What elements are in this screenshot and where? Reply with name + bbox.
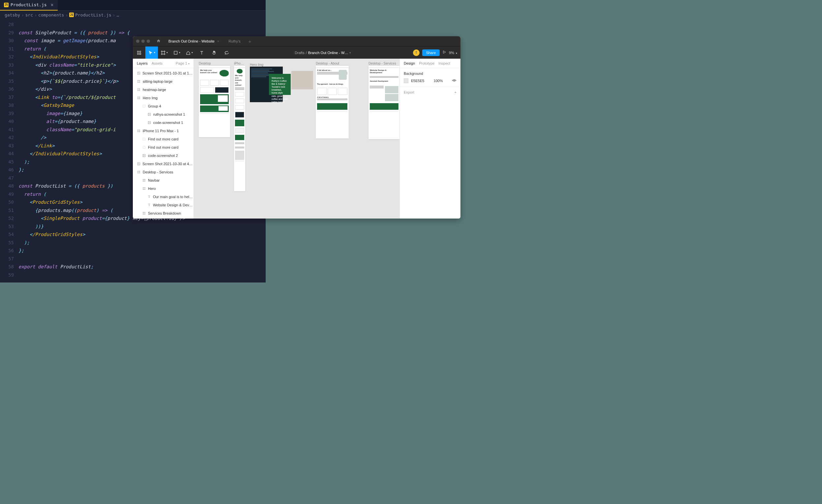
frame-label[interactable]: Desktop (199, 62, 211, 65)
layer-row[interactable]: Find out more card (133, 143, 193, 151)
layer-tree[interactable]: Screen Shot 2021-10-31 at 1.16 1 sitting… (133, 68, 193, 218)
page-selector[interactable]: Page 1 ▾ (176, 61, 189, 65)
svg-rect-29 (148, 121, 151, 124)
layer-label: Group 4 (148, 104, 161, 108)
tab-filename: ProductList.js (11, 2, 47, 7)
breadcrumb-part: src (25, 13, 33, 17)
color-swatch[interactable] (404, 78, 408, 83)
frame-label[interactable]: Hero Img (250, 63, 263, 67)
hand-tool-button[interactable] (208, 46, 221, 59)
chevron-down-icon: ▾ (154, 51, 155, 54)
drafts-label: Drafts (295, 51, 304, 55)
chevron-down-icon: ▾ (188, 62, 189, 65)
frame-label[interactable]: iPho… (234, 62, 244, 65)
image-icon (147, 121, 151, 125)
layer-label: Hero (148, 186, 156, 190)
figma-titlebar: Branch Out Online - Website × Ruthy's + (133, 36, 460, 46)
breadcrumb[interactable]: gatsby › src › components › JS ProductLi… (0, 11, 266, 19)
layer-row[interactable]: iPhone 11 Pro Max - 1 (133, 126, 193, 135)
hero-overlay-image[interactable] (291, 71, 313, 89)
export-section[interactable]: Export + (400, 87, 460, 98)
frame-iphone[interactable]: We help you branch out online! (234, 66, 245, 191)
file-tab-label: Ruthy's (229, 39, 240, 43)
chevron-down-icon: ▾ (191, 51, 193, 54)
frame-tool-button[interactable]: ▾ (158, 46, 170, 59)
svg-rect-26 (143, 105, 145, 107)
tab-prototype[interactable]: Prototype (419, 61, 434, 65)
main-menu-button[interactable] (133, 46, 145, 59)
frame-icon (137, 170, 141, 174)
layer-row[interactable]: Desktop - Services (133, 168, 193, 176)
layer-row[interactable]: Hero Img (133, 94, 193, 102)
layer-row[interactable]: Find out more card (133, 135, 193, 143)
file-location[interactable]: Drafts / Branch Out Online - W… ▾ (233, 51, 413, 55)
breadcrumb-part: components (38, 13, 64, 17)
background-opacity[interactable]: 100% (433, 79, 443, 83)
plus-icon[interactable]: + (454, 90, 456, 94)
share-button[interactable]: Share (422, 49, 440, 56)
svg-point-57 (453, 80, 455, 81)
canvas[interactable]: Desktop We help you branch out online! i… (194, 59, 399, 218)
frame-label[interactable]: Desktop - Services (369, 62, 396, 65)
svg-rect-12 (137, 72, 140, 74)
layer-row[interactable]: code-screenshot 2 (133, 151, 193, 159)
hero-overlay-text[interactable]: Welcome to Ruthy's Coffee Bar & Eatery! … (269, 74, 291, 95)
layer-label: Screen Shot 2021-10-30 at 4.45 1 (142, 162, 193, 166)
layer-row[interactable]: code-screenshot 1 (133, 118, 193, 126)
tab-layers[interactable]: Layers (137, 61, 148, 65)
layer-row[interactable]: sitting-laptop-large (133, 77, 193, 85)
layer-label: Desktop - Services (143, 170, 173, 174)
frame-services[interactable]: Website Design & Development Jamstack De… (369, 66, 399, 139)
comment-tool-button[interactable] (221, 46, 233, 59)
layer-row[interactable]: Screen Shot 2021-10-30 at 4.45 1 (133, 159, 193, 168)
tab-inspect[interactable]: Inspect (438, 61, 450, 65)
js-file-icon: JS (4, 3, 9, 7)
home-icon[interactable] (153, 39, 164, 44)
layer-row[interactable]: heatmap-large (133, 85, 193, 94)
layer-row[interactable]: Hero (133, 184, 193, 192)
window-controls[interactable] (133, 40, 153, 43)
image-icon (137, 71, 140, 75)
close-icon[interactable]: × (217, 39, 219, 43)
layer-label: Our main goal is to help y… (153, 195, 193, 199)
background-row[interactable]: E5E5E5 100% (404, 78, 456, 83)
file-tab-inactive[interactable]: Ruthy's (224, 36, 245, 46)
pen-tool-button[interactable]: ▾ (183, 46, 195, 59)
tab-close-icon[interactable]: × (51, 2, 54, 8)
text-tool-button[interactable] (195, 46, 208, 59)
layer-label: Hero Img (143, 96, 157, 100)
layer-label: ruthys-screenshot 1 (153, 112, 185, 116)
frame-icon (142, 178, 146, 182)
background-section: Background E5E5E5 100% (400, 68, 460, 87)
layer-row[interactable]: T Our main goal is to help y… (133, 192, 193, 201)
frame-desktop[interactable]: We help you branch out online! (199, 66, 230, 137)
layer-row[interactable]: Services Breakdown (133, 209, 193, 217)
layer-row[interactable]: Screen Shot 2021-10-31 at 1.16 1 (133, 69, 193, 77)
visibility-icon[interactable] (452, 78, 456, 83)
tab-assets[interactable]: Assets (151, 61, 162, 65)
layer-row[interactable]: T Website Design & Develo… (133, 201, 193, 209)
vscode-tabbar: JS ProductList.js × (0, 0, 266, 11)
background-hex[interactable]: E5E5E5 (411, 79, 424, 83)
vscode-tab-productlist[interactable]: JS ProductList.js × (0, 0, 58, 11)
tab-design[interactable]: Design (404, 61, 415, 65)
layer-row[interactable]: Group 4 (133, 102, 193, 110)
user-avatar[interactable]: ! (413, 49, 420, 56)
move-tool-button[interactable]: ▾ (145, 46, 158, 59)
frame-about[interactable]: A bit about us... The approach - how we … (316, 66, 349, 138)
image-icon (137, 162, 140, 166)
chevron-right-icon: › (113, 13, 115, 17)
zoom-control[interactable]: 9% ▾ (449, 51, 457, 55)
shape-tool-button[interactable]: ▾ (170, 46, 183, 59)
file-tab-active[interactable]: Branch Out Online - Website × (164, 36, 224, 46)
layer-row[interactable]: ruthys-screenshot 1 (133, 110, 193, 118)
frame-label[interactable]: Desktop - About (316, 62, 339, 65)
chevron-down-icon: ▾ (349, 51, 351, 54)
svg-point-1 (139, 51, 141, 52)
layer-row[interactable]: Navbar (133, 176, 193, 184)
new-tab-button[interactable]: + (245, 39, 255, 44)
present-button[interactable] (442, 50, 446, 55)
separator: / (306, 51, 307, 55)
image-icon (142, 154, 146, 157)
file-tab-label: Branch Out Online - Website (168, 39, 215, 43)
